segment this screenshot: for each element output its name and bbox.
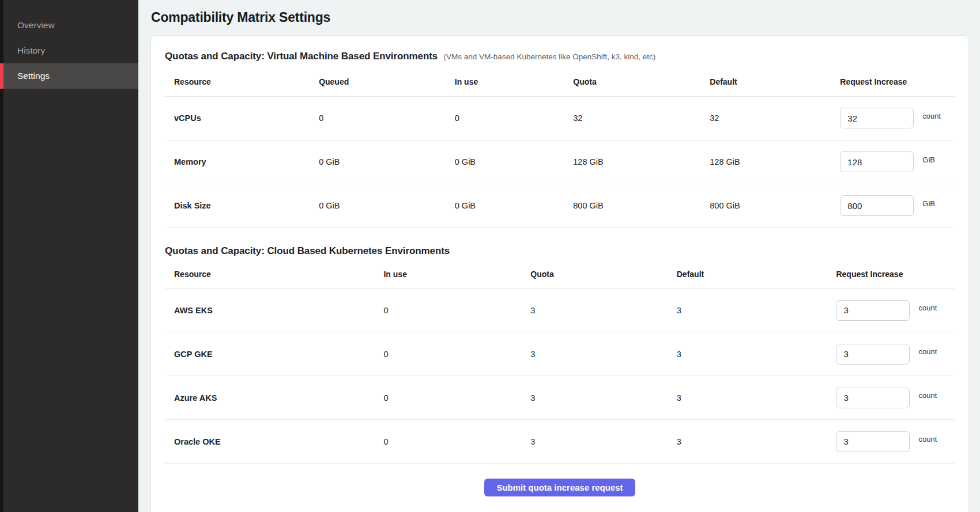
disk-size-request-input[interactable] — [840, 195, 914, 216]
col-header-quota: Quota — [573, 68, 710, 96]
request-cell: count — [836, 376, 955, 420]
in-use-cell: 0 — [383, 420, 530, 464]
resource-cell: AWS EKS — [165, 289, 383, 332]
quota-cell: 800 GiB — [573, 184, 710, 227]
quota-cell: 3 — [530, 332, 676, 376]
resource-cell: Azure AKS — [165, 376, 383, 420]
default-cell: 800 GiB — [710, 184, 840, 227]
queued-cell: 0 GiB — [319, 140, 455, 184]
main-content: Compatibility Matrix Settings Quotas and… — [138, 0, 980, 512]
col-header-request-increase: Request Increase — [836, 260, 955, 289]
table-row: Memory 0 GiB 0 GiB 128 GiB 128 GiB GiB — [165, 140, 955, 184]
in-use-cell: 0 GiB — [455, 184, 574, 227]
unit-label: count — [919, 391, 937, 400]
col-header-default: Default — [710, 68, 840, 96]
quota-cell: 3 — [530, 420, 676, 464]
vm-section-title: Quotas and Capacity: Virtual Machine Bas… — [165, 51, 438, 62]
default-cell: 3 — [677, 289, 836, 332]
resource-cell: Oracle OKE — [165, 420, 383, 464]
azure-aks-request-input[interactable] — [836, 388, 910, 408]
default-cell: 32 — [710, 96, 840, 140]
submit-quota-button[interactable]: Submit quota increase request — [484, 479, 635, 496]
default-cell: 3 — [677, 376, 836, 420]
col-header-quota: Quota — [530, 260, 676, 289]
table-header-row: Resource Queued In use Quota Default Req… — [165, 68, 955, 96]
quota-cell: 3 — [530, 376, 676, 420]
table-row: GCP GKE 0 3 3 count — [165, 332, 955, 376]
cloud-section-title: Quotas and Capacity: Cloud Based Kuberne… — [165, 245, 450, 256]
resource-cell: Disk Size — [165, 184, 319, 227]
col-header-in-use: In use — [383, 260, 530, 289]
quota-settings-card: Quotas and Capacity: Virtual Machine Bas… — [150, 35, 969, 512]
sidebar-nav: Overview History Settings — [0, 13, 138, 89]
request-cell: GiB — [840, 140, 955, 184]
vm-section-heading: Quotas and Capacity: Virtual Machine Bas… — [165, 51, 955, 62]
resource-cell: GCP GKE — [165, 332, 383, 376]
vm-section-subtitle: (VMs and VM-based Kubernetes like OpenSh… — [444, 52, 656, 61]
default-cell: 3 — [677, 332, 836, 376]
request-cell: count — [836, 289, 955, 332]
queued-cell: 0 — [319, 96, 455, 140]
default-cell: 3 — [677, 420, 836, 464]
col-header-resource: Resource — [165, 260, 383, 289]
unit-label: GiB — [922, 199, 935, 208]
col-header-queued: Queued — [319, 68, 455, 96]
in-use-cell: 0 GiB — [455, 140, 574, 184]
sidebar-item-history[interactable]: History — [0, 38, 138, 63]
table-row: Oracle OKE 0 3 3 count — [165, 420, 955, 464]
col-header-default: Default — [677, 260, 836, 289]
table-row: Disk Size 0 GiB 0 GiB 800 GiB 800 GiB Gi… — [165, 184, 955, 227]
sidebar-item-overview[interactable]: Overview — [0, 13, 138, 38]
request-cell: count — [840, 96, 955, 140]
cloud-section-heading: Quotas and Capacity: Cloud Based Kuberne… — [165, 245, 955, 257]
quota-cell: 128 GiB — [573, 140, 710, 184]
vm-quota-table: Resource Queued In use Quota Default Req… — [165, 68, 955, 228]
resource-cell: vCPUs — [165, 96, 319, 140]
unit-label: count — [919, 347, 937, 356]
gcp-gke-request-input[interactable] — [836, 344, 910, 365]
request-cell: GiB — [840, 184, 955, 227]
table-header-row: Resource In use Quota Default Request In… — [165, 260, 955, 289]
vcpus-request-input[interactable] — [840, 108, 914, 128]
request-cell: count — [836, 332, 955, 376]
table-row: AWS EKS 0 3 3 count — [165, 289, 955, 332]
unit-label: count — [922, 112, 941, 120]
default-cell: 128 GiB — [710, 140, 840, 184]
memory-request-input[interactable] — [840, 151, 914, 172]
queued-cell: 0 GiB — [319, 184, 455, 227]
aws-eks-request-input[interactable] — [836, 300, 910, 321]
oracle-oke-request-input[interactable] — [836, 431, 910, 452]
in-use-cell: 0 — [383, 376, 530, 420]
in-use-cell: 0 — [455, 96, 574, 140]
in-use-cell: 0 — [383, 332, 530, 376]
unit-label: GiB — [922, 156, 935, 164]
card-footer: Submit quota increase request — [165, 464, 955, 501]
sidebar-item-settings[interactable]: Settings — [0, 63, 138, 89]
col-header-resource: Resource — [165, 68, 319, 96]
resource-cell: Memory — [165, 140, 319, 184]
page-title: Compatibility Matrix Settings — [151, 10, 969, 25]
quota-cell: 3 — [530, 289, 676, 332]
request-cell: count — [836, 420, 955, 464]
unit-label: count — [919, 304, 937, 312]
col-header-request-increase: Request Increase — [840, 68, 955, 96]
quota-cell: 32 — [573, 96, 710, 140]
table-row: Azure AKS 0 3 3 count — [165, 376, 955, 420]
col-header-in-use: In use — [455, 68, 574, 96]
cloud-quota-table: Resource In use Quota Default Request In… — [165, 260, 955, 464]
unit-label: count — [919, 435, 937, 443]
table-row: vCPUs 0 0 32 32 count — [165, 96, 955, 140]
sidebar: Overview History Settings — [0, 0, 138, 512]
in-use-cell: 0 — [383, 289, 530, 332]
